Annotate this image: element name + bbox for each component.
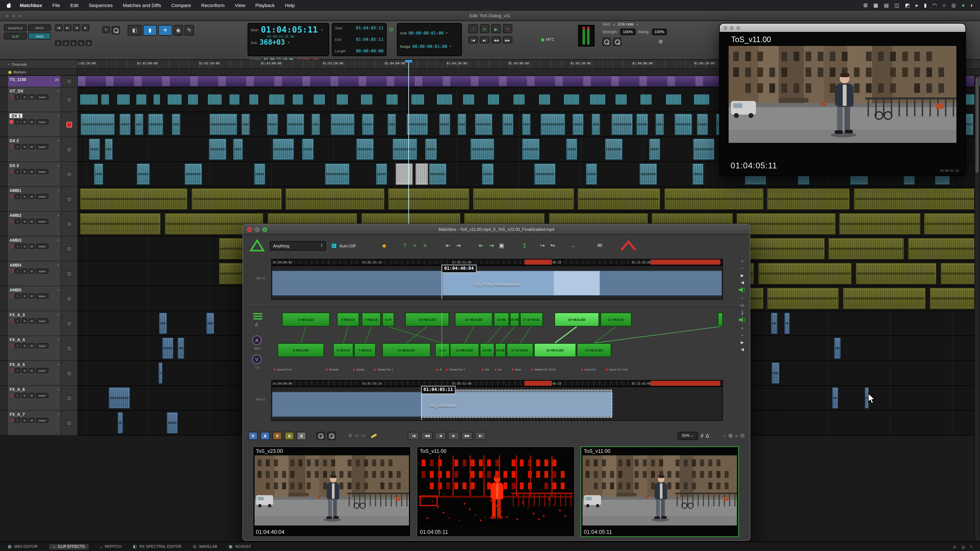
menu-item-compare[interactable]: Compare	[166, 3, 196, 8]
mute-button[interactable]: M	[29, 194, 35, 199]
video-b-toggle[interactable]: V	[272, 432, 282, 440]
track-header[interactable]: AMB3▾ISMwave	[8, 237, 61, 262]
zoom-out-icon[interactable]	[317, 432, 325, 440]
audio-clip[interactable]	[854, 188, 976, 210]
track-name[interactable]: DX 1	[10, 114, 22, 118]
track-aux-button[interactable]	[66, 221, 72, 227]
play-icon[interactable]: ▶	[491, 24, 501, 33]
input-monitor-button[interactable]: I	[15, 318, 21, 323]
copy-forward-icon[interactable]: ↪	[538, 240, 547, 251]
diff-marker[interactable]: ◆Delete For 1	[374, 367, 393, 371]
chevron-down-icon[interactable]: ▾	[57, 189, 59, 192]
track-view-selector[interactable]: wave	[36, 268, 48, 273]
solo-button[interactable]: S	[22, 343, 27, 348]
play-icon[interactable]: ▸	[916, 3, 918, 8]
spot-mode-button[interactable]: SPOT	[28, 24, 51, 31]
sync-down-icon[interactable]: ↓	[741, 310, 744, 314]
track-aux-button[interactable]	[66, 246, 72, 252]
audio-clip[interactable]	[312, 114, 320, 135]
audio-clip[interactable]	[771, 313, 778, 334]
terminal-icon[interactable]: ▤	[884, 3, 889, 8]
track-view-selector[interactable]: wave	[36, 343, 48, 348]
apple-menu-icon[interactable]	[6, 2, 12, 9]
audio-clip[interactable]	[664, 188, 764, 210]
prev-diff-icon[interactable]: ◀◀	[421, 432, 433, 440]
input-monitor-button[interactable]: I	[15, 244, 21, 249]
audio-clip[interactable]	[412, 94, 424, 105]
mute-button[interactable]: M	[29, 268, 35, 273]
track-view-selector[interactable]: wave	[36, 393, 48, 398]
play-next-icon[interactable]: ▶	[741, 273, 744, 278]
audio-clip[interactable]	[591, 114, 600, 135]
input-monitor-button[interactable]: I	[15, 268, 21, 273]
audio-clip[interactable]	[437, 94, 452, 105]
audio-clip[interactable]	[482, 163, 494, 185]
out-point-icon[interactable]: ⇥	[487, 240, 496, 251]
dock-item-repitch[interactable]: ♪REPITCH	[100, 545, 122, 549]
zoom-in-icon[interactable]	[327, 432, 336, 440]
zoom-in-icon[interactable]	[613, 38, 621, 46]
audio-clip[interactable]	[572, 114, 584, 135]
healed-block[interactable]: 21 HEALE	[600, 313, 632, 327]
group-match-icon[interactable]: ≡	[421, 240, 430, 251]
loop-icon[interactable]: ↻	[480, 24, 489, 33]
record-enable-button[interactable]	[10, 294, 13, 298]
page-back-icon[interactable]: ◀	[73, 24, 80, 31]
audio-clip[interactable]	[463, 94, 474, 105]
solo-button[interactable]: S	[22, 268, 27, 273]
track-header[interactable]: AMB2▾ISMwave	[8, 212, 61, 237]
track-header[interactable]: AMB4▾ISMwave	[8, 262, 61, 286]
zoom-out-icon[interactable]	[602, 38, 611, 46]
audio-clip[interactable]	[758, 263, 852, 284]
fast-forward-icon[interactable]: ▶▶	[503, 37, 512, 43]
input-monitor-button[interactable]: I	[15, 219, 21, 224]
grabber-tool-icon[interactable]: ✛	[158, 25, 172, 36]
audio-clip[interactable]	[655, 114, 664, 135]
audio-clip[interactable]	[285, 188, 385, 210]
audio-clip[interactable]	[767, 287, 839, 309]
input-monitor-button[interactable]: I	[15, 144, 21, 149]
track-view-selector[interactable]: wave	[36, 169, 48, 174]
diff-marker[interactable]: ◆Reorde	[325, 367, 339, 371]
audio-clip[interactable]	[674, 114, 692, 135]
audio-clip[interactable]	[475, 114, 493, 135]
go-to-end-icon[interactable]: ▶|	[480, 37, 489, 43]
audio-clip[interactable]	[439, 114, 450, 135]
solo-button[interactable]: S	[22, 119, 27, 124]
menu-item-playback[interactable]: Playback	[250, 3, 280, 8]
play-prev-icon[interactable]: ◀	[741, 347, 744, 351]
track-name[interactable]: AMB5	[10, 287, 21, 292]
solo-button[interactable]: S	[22, 418, 27, 423]
healed-block[interactable]: 13 HE	[480, 343, 495, 357]
big-counter-icon[interactable]: ⊙	[388, 26, 393, 33]
audio-clip[interactable]	[458, 114, 467, 135]
email-icon[interactable]: ✉	[595, 240, 605, 251]
healed-block[interactable]: 2 HEALED	[277, 343, 325, 357]
help-icon[interactable]: ?	[400, 240, 409, 251]
playhead[interactable]	[408, 60, 409, 224]
audio-clip[interactable]	[293, 94, 304, 105]
audio-clip[interactable]	[393, 138, 417, 160]
play-next-icon[interactable]: ▶	[741, 340, 744, 345]
audio-clip[interactable]	[387, 94, 397, 105]
play-icon[interactable]: ▶	[448, 432, 460, 440]
track-name[interactable]: FX_A_4	[10, 337, 25, 342]
audio-b-toggle[interactable]: A	[285, 432, 294, 440]
track-header[interactable]: FX_A_3▾ISMwave	[8, 311, 61, 336]
gear-icon[interactable]: ⚙	[659, 39, 663, 44]
length-value[interactable]: 00:00:00:00	[356, 48, 383, 54]
track-name[interactable]: FX_A_6	[10, 387, 25, 392]
track-aux-button[interactable]	[66, 395, 72, 401]
selector-tool-icon[interactable]: ▮	[143, 25, 157, 36]
audio-clip[interactable]	[605, 138, 623, 160]
audio-clip[interactable]	[534, 163, 556, 185]
zoom-preset-2[interactable]: 2	[62, 40, 69, 46]
diff-marker[interactable]: ◆Insert Fo	[581, 367, 596, 371]
return-to-zero-icon[interactable]: |◀	[468, 37, 478, 43]
record-enable-button[interactable]	[10, 170, 13, 173]
solo-button[interactable]: S	[22, 219, 27, 224]
in-point-icon[interactable]: ⇤	[477, 240, 486, 251]
palette-icon[interactable]: ◩	[905, 3, 910, 8]
track-header[interactable]: FX_A_4▾ISMwave	[8, 336, 61, 361]
audio-clip[interactable]	[616, 94, 626, 105]
